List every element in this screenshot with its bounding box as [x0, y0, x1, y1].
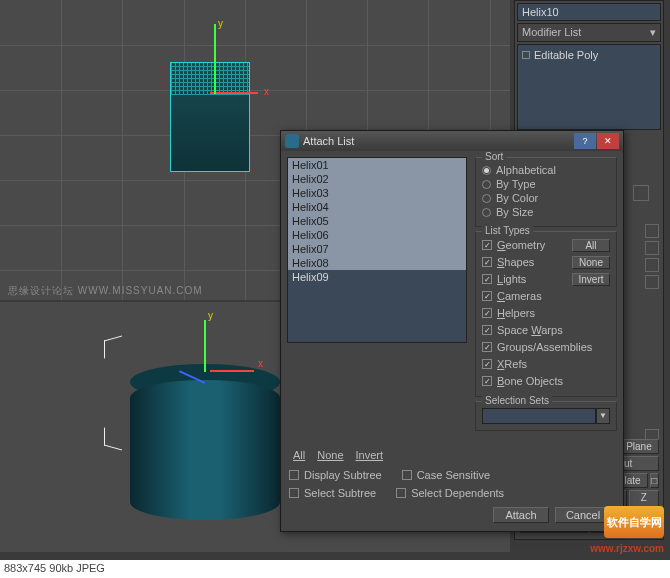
case-sensitive-checkbox[interactable]: [402, 470, 412, 480]
modifier-stack[interactable]: Editable Poly: [517, 44, 661, 130]
selection-sets-dropdown[interactable]: [482, 408, 596, 424]
option-toggle[interactable]: [645, 241, 659, 255]
modifier-list-label: Modifier List: [522, 26, 581, 39]
type-checkbox[interactable]: ✓: [482, 308, 492, 318]
list-item[interactable]: Helix05: [288, 214, 466, 228]
gizmo-x-label: x: [264, 86, 269, 97]
list-item[interactable]: Helix03: [288, 186, 466, 200]
gizmo-y-label: y: [208, 310, 213, 321]
sort-radio[interactable]: [482, 166, 491, 175]
list-types-label: List Types: [482, 225, 533, 236]
pin-stack-icon[interactable]: [633, 185, 649, 201]
type-checkbox[interactable]: ✓: [482, 257, 492, 267]
sort-option-label: By Type: [496, 178, 536, 190]
gizmo-x-axis[interactable]: [210, 92, 258, 94]
type-checkbox[interactable]: ✓: [482, 342, 492, 352]
gizmo-y-axis[interactable]: [204, 320, 206, 372]
sort-option-label: By Color: [496, 192, 538, 204]
type-checkbox[interactable]: ✓: [482, 240, 492, 250]
select-subtree-label: Select Subtree: [304, 487, 376, 499]
list-item[interactable]: Helix08: [288, 256, 466, 270]
case-sensitive-label: Case Sensitive: [417, 469, 490, 481]
list-item[interactable]: Helix07: [288, 242, 466, 256]
type-checkbox[interactable]: ✓: [482, 376, 492, 386]
list-item[interactable]: Helix06: [288, 228, 466, 242]
type-filter-button[interactable]: None: [572, 256, 610, 269]
type-label: Shapes: [497, 256, 534, 268]
display-subtree-checkbox[interactable]: [289, 470, 299, 480]
type-label: XRefs: [497, 358, 527, 370]
sort-group: Sort AlphabeticalBy TypeBy ColorBy Size: [475, 157, 617, 227]
type-checkbox[interactable]: ✓: [482, 274, 492, 284]
close-button[interactable]: ✕: [597, 133, 619, 149]
list-item[interactable]: Helix01: [288, 158, 466, 172]
selection-sets-group: Selection Sets ▼: [475, 401, 617, 431]
app-icon: [285, 134, 299, 148]
help-button[interactable]: ?: [574, 133, 596, 149]
cancel-button[interactable]: Cancel: [555, 507, 611, 523]
sort-option-label: Alphabetical: [496, 164, 556, 176]
type-label: Space Warps: [497, 324, 563, 336]
modifier-expand-icon[interactable]: [522, 51, 530, 59]
sort-option-label: By Size: [496, 206, 533, 218]
select-subtree-checkbox[interactable]: [289, 488, 299, 498]
selection-sets-label: Selection Sets: [482, 395, 552, 406]
list-types-group: List Types ✓GeometryAll✓ShapesNone✓Light…: [475, 231, 617, 397]
site-logo: 软件自学网: [604, 506, 664, 538]
type-label: Helpers: [497, 307, 535, 319]
attach-list-dialog: Attach List ? ✕ Helix01Helix02Helix03Hel…: [280, 130, 624, 532]
list-item[interactable]: Helix02: [288, 172, 466, 186]
select-all-link[interactable]: All: [293, 449, 305, 461]
type-label: Cameras: [497, 290, 542, 302]
top-view-object[interactable]: [170, 62, 250, 172]
gizmo-x-axis[interactable]: [210, 370, 254, 372]
type-checkbox[interactable]: ✓: [482, 291, 492, 301]
chevron-down-icon[interactable]: ▼: [596, 408, 610, 424]
type-label: Lights: [497, 273, 526, 285]
site-url: www.rjzxw.com: [590, 543, 664, 554]
display-subtree-label: Display Subtree: [304, 469, 382, 481]
type-label: Groups/Assemblies: [497, 341, 592, 353]
modifier-item-label: Editable Poly: [534, 49, 598, 61]
tessellate-settings-button[interactable]: □: [650, 473, 659, 488]
watermark-text: 思缘设计论坛 WWW.MISSYUAN.COM: [8, 284, 203, 298]
select-invert-link[interactable]: Invert: [356, 449, 384, 461]
object-name-field[interactable]: Helix10: [517, 3, 661, 21]
select-none-link[interactable]: None: [317, 449, 343, 461]
gizmo-x-label: x: [258, 358, 263, 369]
type-checkbox[interactable]: ✓: [482, 359, 492, 369]
attach-button[interactable]: Attach: [493, 507, 549, 523]
type-label: Bone Objects: [497, 375, 563, 387]
option-toggle[interactable]: [645, 224, 659, 238]
type-filter-button[interactable]: All: [572, 239, 610, 252]
gizmo-y-axis[interactable]: [214, 24, 216, 94]
list-item[interactable]: Helix09: [288, 270, 466, 284]
object-list[interactable]: Helix01Helix02Helix03Helix04Helix05Helix…: [287, 157, 467, 343]
dialog-titlebar[interactable]: Attach List ? ✕: [281, 131, 623, 151]
dialog-title: Attach List: [303, 135, 570, 147]
type-filter-button[interactable]: Invert: [572, 273, 610, 286]
chevron-down-icon: ▾: [650, 26, 656, 39]
type-checkbox[interactable]: ✓: [482, 325, 492, 335]
modifier-list-dropdown[interactable]: Modifier List ▾: [517, 23, 661, 42]
gizmo-y-label: y: [218, 18, 223, 29]
sort-radio[interactable]: [482, 180, 491, 189]
select-dependents-checkbox[interactable]: [396, 488, 406, 498]
cylinder-object[interactable]: [130, 380, 280, 520]
list-item[interactable]: Helix04: [288, 200, 466, 214]
option-toggle[interactable]: [645, 258, 659, 272]
option-toggle[interactable]: [645, 275, 659, 289]
select-dependents-label: Select Dependents: [411, 487, 504, 499]
sort-group-label: Sort: [482, 151, 506, 162]
modifier-stack-item[interactable]: Editable Poly: [522, 49, 656, 61]
sort-radio[interactable]: [482, 208, 491, 217]
type-label: Geometry: [497, 239, 545, 251]
app-frame: x y 思缘设计论坛 WWW.MISSYUAN.COM x y Helix10 …: [0, 0, 670, 560]
sort-radio[interactable]: [482, 194, 491, 203]
image-credits: 883x745 90kb JPEG: [4, 562, 105, 574]
